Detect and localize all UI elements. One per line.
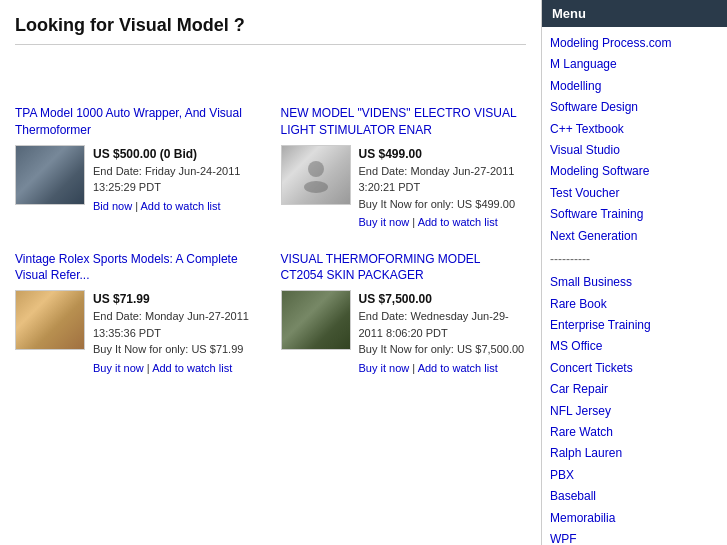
product-2-image [281, 145, 351, 205]
product-2-date: End Date: Monday Jun-27-2011 3:20:21 PDT [359, 165, 515, 194]
product-3-buy-link[interactable]: Buy it now [93, 362, 144, 374]
product-1-watch-link[interactable]: Add to watch list [141, 200, 221, 212]
product-item: Vintage Rolex Sports Models: A Complete … [15, 251, 261, 377]
sidebar-link-18[interactable]: Rare Watch [550, 422, 719, 442]
sidebar-link-7[interactable]: Test Voucher [550, 183, 719, 203]
sidebar-link-6[interactable]: Modeling Software [550, 161, 719, 181]
product-4-date: End Date: Wednesday Jun-29-2011 8:06:20 … [359, 310, 509, 339]
sidebar-link-17[interactable]: NFL Jersey [550, 401, 719, 421]
sidebar-links: Modeling Process.comM LanguageModellingS… [542, 27, 727, 545]
products-grid: TPA Model 1000 Auto Wrapper, And Visual … [15, 105, 526, 376]
product-2-actions: Buy it now | Add to watch list [359, 214, 527, 231]
sidebar-link-16[interactable]: Car Repair [550, 379, 719, 399]
sidebar-link-14[interactable]: MS Office [550, 336, 719, 356]
sidebar-link-21[interactable]: Baseball [550, 486, 719, 506]
sidebar-link-11[interactable]: Small Business [550, 272, 719, 292]
product-2-body: US $499.00 End Date: Monday Jun-27-2011 … [281, 145, 527, 231]
sidebar-link-0[interactable]: Modeling Process.com [550, 33, 719, 53]
page-title: Looking for Visual Model ? [15, 15, 526, 45]
product-2-buynow: Buy It Now for only: US $499.00 [359, 198, 516, 210]
sidebar-link-8[interactable]: Software Training [550, 204, 719, 224]
main-content: Looking for Visual Model ? TPA Model 100… [0, 0, 542, 545]
product-4-buynow: Buy It Now for only: US $7,500.00 [359, 343, 525, 355]
sidebar-menu-title: Menu [542, 0, 727, 27]
product-3-title[interactable]: Vintage Rolex Sports Models: A Complete … [15, 251, 261, 285]
product-4-watch-link[interactable]: Add to watch list [418, 362, 498, 374]
product-1-bid-link[interactable]: Bid now [93, 200, 132, 212]
product-3-info: US $71.99 End Date: Monday Jun-27-2011 1… [93, 290, 261, 376]
product-1-actions: Bid now | Add to watch list [93, 198, 261, 215]
product-4-image [281, 290, 351, 350]
sidebar-link-2[interactable]: Modelling [550, 76, 719, 96]
sidebar-link-5[interactable]: Visual Studio [550, 140, 719, 160]
product-3-watch-link[interactable]: Add to watch list [152, 362, 232, 374]
product-4-actions: Buy it now | Add to watch list [359, 360, 527, 377]
product-3-image [15, 290, 85, 350]
product-1-info: US $500.00 (0 Bid) End Date: Friday Jun-… [93, 145, 261, 215]
sidebar-link-3[interactable]: Software Design [550, 97, 719, 117]
product-1-body: US $500.00 (0 Bid) End Date: Friday Jun-… [15, 145, 261, 215]
product-1-title[interactable]: TPA Model 1000 Auto Wrapper, And Visual … [15, 105, 261, 139]
product-4-info: US $7,500.00 End Date: Wednesday Jun-29-… [359, 290, 527, 376]
product-4-body: US $7,500.00 End Date: Wednesday Jun-29-… [281, 290, 527, 376]
product-4-title[interactable]: VISUAL THERMOFORMING MODEL CT2054 SKIN P… [281, 251, 527, 285]
product-3-price: US $71.99 [93, 292, 150, 306]
sidebar-link-13[interactable]: Enterprise Training [550, 315, 719, 335]
product-4-price: US $7,500.00 [359, 292, 432, 306]
product-3-date: End Date: Monday Jun-27-2011 13:35:36 PD… [93, 310, 249, 339]
product-item: TPA Model 1000 Auto Wrapper, And Visual … [15, 105, 261, 231]
sidebar-link-19[interactable]: Ralph Lauren [550, 443, 719, 463]
product-3-body: US $71.99 End Date: Monday Jun-27-2011 1… [15, 290, 261, 376]
sidebar-link-23[interactable]: WPF [550, 529, 719, 545]
sidebar-link-12[interactable]: Rare Book [550, 294, 719, 314]
svg-point-1 [304, 181, 328, 193]
sidebar-link-20[interactable]: PBX [550, 465, 719, 485]
sidebar-link-15[interactable]: Concert Tickets [550, 358, 719, 378]
product-2-info: US $499.00 End Date: Monday Jun-27-2011 … [359, 145, 527, 231]
sidebar-link-22[interactable]: Memorabilia [550, 508, 719, 528]
product-item: NEW MODEL "VIDENS" ELECTRO VISUAL LIGHT … [281, 105, 527, 231]
product-3-buynow: Buy It Now for only: US $71.99 [93, 343, 243, 355]
product-1-price: US $500.00 (0 Bid) [93, 147, 197, 161]
product-2-title[interactable]: NEW MODEL "VIDENS" ELECTRO VISUAL LIGHT … [281, 105, 527, 139]
product-item: VISUAL THERMOFORMING MODEL CT2054 SKIN P… [281, 251, 527, 377]
product-2-watch-link[interactable]: Add to watch list [418, 216, 498, 228]
product-2-buy-link[interactable]: Buy it now [359, 216, 410, 228]
svg-point-0 [308, 161, 324, 177]
sidebar-link-9[interactable]: Next Generation [550, 226, 719, 246]
sidebar-link-1[interactable]: M Language [550, 54, 719, 74]
product-4-buy-link[interactable]: Buy it now [359, 362, 410, 374]
sidebar-separator: ---------- [550, 249, 719, 269]
sidebar: Menu Modeling Process.comM LanguageModel… [542, 0, 727, 545]
product-2-price: US $499.00 [359, 147, 422, 161]
sidebar-link-4[interactable]: C++ Textbook [550, 119, 719, 139]
product-1-date: End Date: Friday Jun-24-2011 13:25:29 PD… [93, 165, 240, 194]
product-3-actions: Buy it now | Add to watch list [93, 360, 261, 377]
product-1-image [15, 145, 85, 205]
